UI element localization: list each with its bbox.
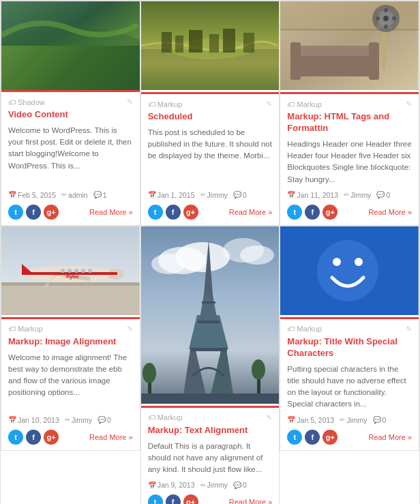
card-title-link[interactable]: Markup: Text Alignment xyxy=(148,425,248,435)
svg-rect-14 xyxy=(280,29,419,31)
comment-icon: 💬 xyxy=(233,481,241,489)
read-more-link[interactable]: Read More » xyxy=(368,433,412,441)
svg-point-41 xyxy=(61,269,65,273)
tag-row: 🏷 Markup ✎ xyxy=(287,325,412,333)
card-title-link[interactable]: Scheduled xyxy=(148,111,193,121)
read-more-link[interactable]: Read More » xyxy=(89,208,133,216)
meta-row: 📅 Jan 5, 2013 ✏ Jimmy 💬 0 xyxy=(287,416,412,424)
card-image-alignment: flybe 🏷 Markup ✎ Markup: Image Alignment… xyxy=(1,226,140,451)
svg-rect-17 xyxy=(290,42,301,80)
card-title-link[interactable]: Markup: Image Alignment xyxy=(8,336,116,346)
google-button[interactable]: g+ xyxy=(322,205,338,220)
google-button[interactable]: g+ xyxy=(183,205,198,220)
twitter-button[interactable]: t xyxy=(287,205,302,220)
card-text: Headings Header one Header three Header … xyxy=(287,138,412,186)
card-markup-html: 🏷 Markup ✎ Markup: HTML Tags and Formatt… xyxy=(280,1,419,226)
svg-rect-9 xyxy=(209,34,219,53)
google-button[interactable]: g+ xyxy=(44,205,59,220)
svg-rect-0 xyxy=(1,1,140,90)
facebook-button[interactable]: f xyxy=(26,430,41,445)
read-more-link[interactable]: Read More » xyxy=(368,208,412,216)
read-more-link[interactable]: Read More » xyxy=(229,498,273,504)
card-title-special: 🏷 Markup ✎ Markup: Title With Special Ch… xyxy=(280,226,419,451)
card-title: Markup: HTML Tags and Formattin xyxy=(287,111,412,134)
card-image xyxy=(1,1,140,90)
edit-icon[interactable]: ✎ xyxy=(127,325,133,333)
author-icon: ✏ xyxy=(344,191,349,198)
author-icon: ✏ xyxy=(200,481,206,489)
facebook-button[interactable]: f xyxy=(166,494,181,504)
svg-point-64 xyxy=(333,258,341,266)
tag-icon: 🏷 xyxy=(148,100,155,108)
svg-point-40 xyxy=(68,269,72,273)
svg-rect-29 xyxy=(1,284,140,315)
facebook-button[interactable]: f xyxy=(305,430,320,445)
card-body: 🏷 Markup ✎ Markup: HTML Tags and Formatt… xyxy=(280,94,419,225)
social-read-row: t f g+ Read More » xyxy=(287,430,412,445)
card-title: Markup: Text Alignment xyxy=(148,425,273,436)
facebook-button[interactable]: f xyxy=(166,205,181,220)
edit-icon[interactable]: ✎ xyxy=(406,325,412,333)
google-button[interactable]: g+ xyxy=(322,430,338,445)
meta-date: 📅 Jan 1, 2015 xyxy=(148,191,195,199)
twitter-button[interactable]: t xyxy=(8,205,23,220)
meta-row: 📅 Jan 1, 2015 ✏ Jimmy 💬 0 xyxy=(148,191,273,199)
edit-icon[interactable]: ✎ xyxy=(266,413,272,422)
read-more-link[interactable]: Read More » xyxy=(229,208,273,216)
twitter-button[interactable]: t xyxy=(148,205,163,220)
tag-icon: 🏷 xyxy=(148,413,155,421)
card-body: 🏷 Markup ✎ Scheduled This post is schedu… xyxy=(141,94,280,225)
tag-icon: 🏷 xyxy=(287,325,295,333)
meta-comments: 💬 0 xyxy=(376,191,390,199)
svg-rect-18 xyxy=(369,42,379,80)
calendar-icon: 📅 xyxy=(8,191,16,198)
svg-rect-56 xyxy=(202,301,215,303)
author-icon: ✏ xyxy=(200,191,206,198)
twitter-button[interactable]: t xyxy=(8,430,23,445)
meta-author: ✏ Jimmy xyxy=(200,191,228,199)
card-title: Markup: Image Alignment xyxy=(8,336,133,348)
svg-point-63 xyxy=(317,240,378,301)
meta-date: 📅 Jan 9, 2013 xyxy=(148,481,195,489)
svg-point-48 xyxy=(240,246,274,265)
svg-rect-7 xyxy=(175,35,183,53)
svg-point-38 xyxy=(81,269,85,273)
author-icon: ✏ xyxy=(65,416,70,424)
twitter-button[interactable]: t xyxy=(287,430,302,445)
facebook-button[interactable]: f xyxy=(305,205,320,220)
meta-comments: 💬 0 xyxy=(233,191,247,199)
meta-date: 📅 Jan 10, 2013 xyxy=(8,416,59,424)
google-button[interactable]: g+ xyxy=(183,494,198,504)
card-image xyxy=(280,1,419,92)
social-icons: t f g+ xyxy=(148,494,198,504)
card-title: Scheduled xyxy=(148,111,273,123)
edit-icon[interactable]: ✎ xyxy=(266,100,272,108)
card-title-link[interactable]: Video Content xyxy=(8,109,68,119)
google-button[interactable]: g+ xyxy=(44,430,59,445)
meta-comments: 💬 0 xyxy=(373,416,387,424)
card-text: This post is scheduled to be published i… xyxy=(148,127,273,186)
read-more-link[interactable]: Read More » xyxy=(89,433,133,441)
svg-point-46 xyxy=(151,254,185,274)
edit-icon[interactable]: ✎ xyxy=(127,98,133,106)
card-title: Video Content xyxy=(8,109,133,121)
edit-icon[interactable]: ✎ xyxy=(406,100,412,108)
tag-row: 🏷 Shadow ✎ xyxy=(8,98,133,106)
card-tag: 🏷 Markup xyxy=(287,100,322,108)
twitter-button[interactable]: t xyxy=(148,494,163,504)
tag-row: 🏷 Markup ✎ xyxy=(287,100,412,108)
svg-rect-8 xyxy=(189,30,202,53)
svg-point-37 xyxy=(88,269,92,273)
social-read-row: t f g+ Read More » xyxy=(148,494,273,504)
meta-author: ✏ Jimmy xyxy=(340,416,367,424)
facebook-button[interactable]: f xyxy=(26,205,41,220)
svg-point-1 xyxy=(1,28,140,81)
svg-point-39 xyxy=(74,269,78,273)
svg-point-24 xyxy=(384,8,388,12)
meta-row: 📅 Jan 11, 2013 ✏ Jimmy 💬 0 xyxy=(287,191,412,199)
card-title-link[interactable]: Markup: Title With Special Characters xyxy=(287,336,397,358)
card-scheduled: 🏷 Markup ✎ Scheduled This post is schedu… xyxy=(140,1,280,226)
card-title-link[interactable]: Markup: HTML Tags and Formattin xyxy=(287,111,389,133)
svg-rect-16 xyxy=(290,46,379,56)
social-icons: t f g+ xyxy=(8,430,59,445)
